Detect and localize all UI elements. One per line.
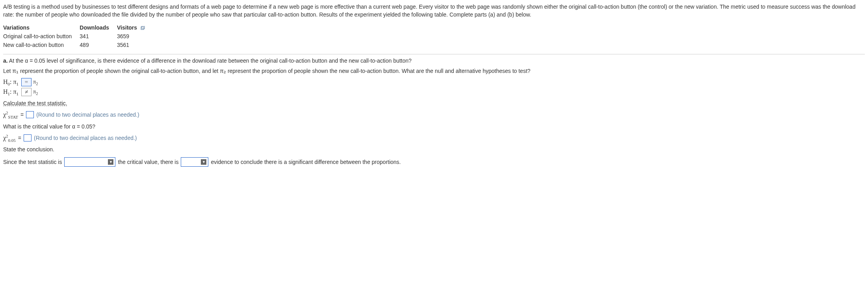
conclusion-s1: Since the test statistic is [3,159,62,165]
data-table: Variations Downloads Visitors Original c… [3,23,153,49]
cell-variation: Original call-to-action button [3,32,80,41]
h1-operator-select[interactable]: ≠ [21,88,32,96]
h0-operator-select[interactable]: = [21,78,32,86]
part-a-question: a. At the α = 0.05 level of significance… [3,58,865,64]
conclusion-dropdown-1[interactable]: ▼ [64,157,115,167]
chevron-down-icon: ▼ [201,159,206,165]
intro-text: A/B testing is a method used by business… [3,3,865,19]
col-variations: Variations [3,23,80,32]
chi-stat-label: χ2STAT [3,110,18,119]
chi-crit-input[interactable] [24,134,32,141]
chi-crit-row: χ20.05 = (Round to two decimal places as… [3,134,865,143]
conclusion-s2: the critical value, there is [118,159,178,165]
part-a-text: At the α = 0.05 level of significance, i… [9,58,412,64]
h1-label: H1: π1 [3,88,20,96]
cell-variation: New call-to-action button [3,41,80,49]
round-hint: (Round to two decimal places as needed.) [34,135,137,141]
conclusion-row: Since the test statistic is ▼ the critic… [3,157,865,167]
col-downloads: Downloads [80,23,117,32]
h0-rhs: π2 [33,79,38,86]
copy-icon[interactable] [140,26,145,30]
h1-row: H1: π1 ≠ π2 [3,88,865,96]
part-a-prefix: a. [3,58,8,64]
chi-stat-input[interactable] [26,111,34,118]
h0-row: H0: π1 = π2 [3,78,865,86]
cell-visitors: 3561 [117,41,153,49]
col-visitors: Visitors [117,23,153,32]
round-hint: (Round to two decimal places as needed.) [36,112,139,118]
h1-rhs: π2 [33,89,38,96]
state-prompt: State the conclusion. [3,146,865,153]
cell-visitors: 3659 [117,32,153,41]
calc-prompt: Calculate the test statistic. [3,100,865,106]
crit-prompt: What is the critical value for α = 0.05? [3,123,865,130]
let-line: Let π₁ represent the proportion of peopl… [3,68,865,74]
conclusion-s3: evidence to conclude there is a signific… [211,159,401,165]
cell-downloads: 489 [80,41,117,49]
equals: = [18,135,21,141]
h0-label: H0: π1 [3,78,20,86]
cell-downloads: 341 [80,32,117,41]
svg-rect-1 [142,26,145,29]
equals: = [20,112,24,118]
svg-rect-0 [141,27,144,30]
chi-crit-label: χ20.05 [3,134,16,143]
table-row: New call-to-action button 489 3561 [3,41,153,49]
chevron-down-icon: ▼ [108,159,113,165]
divider [3,54,865,54]
chi-stat-row: χ2STAT = (Round to two decimal places as… [3,110,865,119]
table-row: Original call-to-action button 341 3659 [3,32,153,41]
conclusion-dropdown-2[interactable]: ▼ [181,157,208,167]
